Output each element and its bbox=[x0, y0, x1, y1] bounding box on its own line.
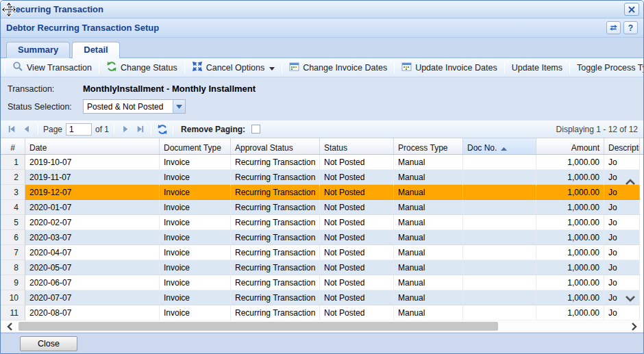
cell-approval-status: Recurring Transaction bbox=[231, 215, 320, 230]
toggle-process-type-button[interactable]: Toggle Process Type bbox=[571, 61, 644, 75]
scroll-left-icon[interactable] bbox=[6, 322, 13, 331]
help-icon[interactable]: ? bbox=[623, 21, 638, 34]
close-icon[interactable] bbox=[624, 3, 639, 16]
column-header-[interactable]: # bbox=[1, 138, 25, 154]
paging-separator bbox=[38, 124, 38, 135]
column-header-amount[interactable]: Amount bbox=[536, 138, 604, 154]
cell-document-type: Invoice bbox=[160, 290, 231, 305]
cell-date: 2020-01-07 bbox=[25, 200, 160, 215]
cancel-options-icon bbox=[192, 61, 203, 74]
column-header-process-type[interactable]: Process Type bbox=[394, 138, 463, 154]
table-row[interactable]: 12019-10-07InvoiceRecurring TransactionN… bbox=[1, 155, 643, 170]
change-invoice-dates-button[interactable]: Change Invoice Dates bbox=[284, 60, 393, 76]
cell-approval-status: Recurring Transaction bbox=[231, 305, 320, 320]
cell-process-type: Manual bbox=[394, 155, 463, 170]
table-row[interactable]: 92020-06-07InvoiceRecurring TransactionN… bbox=[1, 275, 643, 290]
previous-page-icon[interactable] bbox=[21, 123, 33, 135]
table-row[interactable]: 72020-04-07InvoiceRecurring TransactionN… bbox=[1, 245, 643, 260]
cell-status: Not Posted bbox=[320, 170, 394, 185]
status-selection-combo[interactable]: Posted & Not Posted bbox=[83, 99, 186, 114]
column-header-document-type[interactable]: Document Type bbox=[160, 138, 231, 154]
status-selection-label: Status Selection: bbox=[8, 102, 83, 112]
cell-date: 2020-02-07 bbox=[25, 215, 160, 230]
chevron-down-icon[interactable] bbox=[173, 100, 185, 113]
table-row[interactable]: 102020-07-07InvoiceRecurring Transaction… bbox=[1, 290, 643, 305]
toolbar-separator bbox=[5, 62, 5, 74]
page-input[interactable] bbox=[66, 123, 92, 136]
scrollbar-thumb[interactable] bbox=[18, 322, 498, 331]
status-selection-value: Posted & Not Posted bbox=[84, 102, 173, 112]
update-invoice-dates-button[interactable]: Update Invoice Dates bbox=[396, 60, 503, 76]
page-of-label: of 1 bbox=[95, 125, 109, 134]
cell-date: 2020-07-07 bbox=[25, 290, 160, 305]
horizontal-scrollbar[interactable] bbox=[1, 320, 643, 333]
table-row[interactable]: 52020-02-07InvoiceRecurring TransactionN… bbox=[1, 215, 643, 230]
sync-icon[interactable] bbox=[606, 21, 621, 34]
cell-amount: 1,000.00 bbox=[536, 305, 604, 320]
column-header-description[interactable]: Description bbox=[604, 138, 640, 154]
scrollbar-track[interactable] bbox=[18, 322, 626, 331]
cell-approval-status: Recurring Transaction bbox=[231, 185, 320, 200]
cell-status: Not Posted bbox=[320, 185, 394, 200]
scroll-up-icon[interactable] bbox=[623, 177, 637, 189]
cell-amount: 1,000.00 bbox=[536, 200, 604, 215]
cell-doc-no bbox=[463, 305, 536, 320]
table-row[interactable]: 42020-01-07InvoiceRecurring TransactionN… bbox=[1, 200, 643, 215]
table-row[interactable]: 82020-05-07InvoiceRecurring TransactionN… bbox=[1, 260, 643, 275]
update-items-button[interactable]: Update Items bbox=[506, 61, 568, 75]
row-number-cell: 5 bbox=[1, 215, 25, 230]
table-row[interactable]: 22019-11-07InvoiceRecurring TransactionN… bbox=[1, 170, 643, 185]
row-number-cell: 9 bbox=[1, 275, 25, 290]
tab-strip: Summary Detail bbox=[1, 38, 643, 58]
column-header-status[interactable]: Status bbox=[320, 138, 394, 154]
title-bar[interactable]: Recurring Transaction bbox=[1, 1, 643, 18]
cell-amount: 1,000.00 bbox=[536, 215, 604, 230]
change-status-icon bbox=[106, 61, 117, 74]
change-status-button[interactable]: Change Status bbox=[101, 59, 183, 76]
cell-approval-status: Recurring Transaction bbox=[231, 290, 320, 305]
cell-process-type: Manual bbox=[394, 230, 463, 245]
cell-description: Jo bbox=[604, 245, 640, 260]
chevron-down-icon bbox=[269, 63, 275, 73]
scroll-right-icon[interactable] bbox=[631, 322, 638, 331]
row-number-cell: 11 bbox=[1, 305, 25, 320]
tab-summary[interactable]: Summary bbox=[6, 42, 70, 58]
column-header-doc-no[interactable]: Doc No. bbox=[463, 138, 536, 154]
cell-status: Not Posted bbox=[320, 290, 394, 305]
cell-amount: 1,000.00 bbox=[536, 230, 604, 245]
cell-document-type: Invoice bbox=[160, 230, 231, 245]
view-transaction-button[interactable]: View Transaction bbox=[7, 59, 97, 76]
scroll-down-icon[interactable] bbox=[623, 293, 637, 305]
cell-status: Not Posted bbox=[320, 305, 394, 320]
cell-doc-no bbox=[463, 260, 536, 275]
last-page-icon[interactable] bbox=[134, 123, 146, 135]
cell-description: Jo bbox=[604, 230, 640, 245]
row-number-cell: 8 bbox=[1, 260, 25, 275]
column-header-date[interactable]: Date bbox=[25, 138, 160, 154]
cell-amount: 1,000.00 bbox=[536, 155, 604, 170]
cell-document-type: Invoice bbox=[160, 305, 231, 320]
row-number-cell: 10 bbox=[1, 290, 25, 305]
cell-doc-no bbox=[463, 170, 536, 185]
refresh-icon[interactable] bbox=[156, 123, 168, 135]
remove-paging-checkbox[interactable] bbox=[251, 125, 260, 134]
panel-header: Debtor Recurring Transaction Setup ? bbox=[1, 18, 643, 38]
column-header-approval-status[interactable]: Approval Status bbox=[231, 138, 320, 154]
cell-document-type: Invoice bbox=[160, 215, 231, 230]
tab-detail[interactable]: Detail bbox=[72, 42, 119, 58]
close-button[interactable]: Close bbox=[20, 336, 77, 351]
cancel-options-button[interactable]: Cancel Options bbox=[186, 59, 280, 76]
table-row[interactable]: 32019-12-07InvoiceRecurring TransactionN… bbox=[1, 185, 643, 200]
cell-status: Not Posted bbox=[320, 260, 394, 275]
toolbar-separator bbox=[184, 62, 185, 74]
table-row[interactable]: 112020-08-07InvoiceRecurring Transaction… bbox=[1, 305, 643, 320]
table-row[interactable]: 62020-03-07InvoiceRecurring TransactionN… bbox=[1, 230, 643, 245]
first-page-icon[interactable] bbox=[6, 123, 18, 135]
cell-approval-status: Recurring Transaction bbox=[231, 200, 320, 215]
next-page-icon[interactable] bbox=[119, 123, 131, 135]
cell-description: Jo bbox=[604, 305, 640, 320]
cell-status: Not Posted bbox=[320, 155, 394, 170]
cell-amount: 1,000.00 bbox=[536, 260, 604, 275]
cell-process-type: Manual bbox=[394, 290, 463, 305]
cell-process-type: Manual bbox=[394, 260, 463, 275]
